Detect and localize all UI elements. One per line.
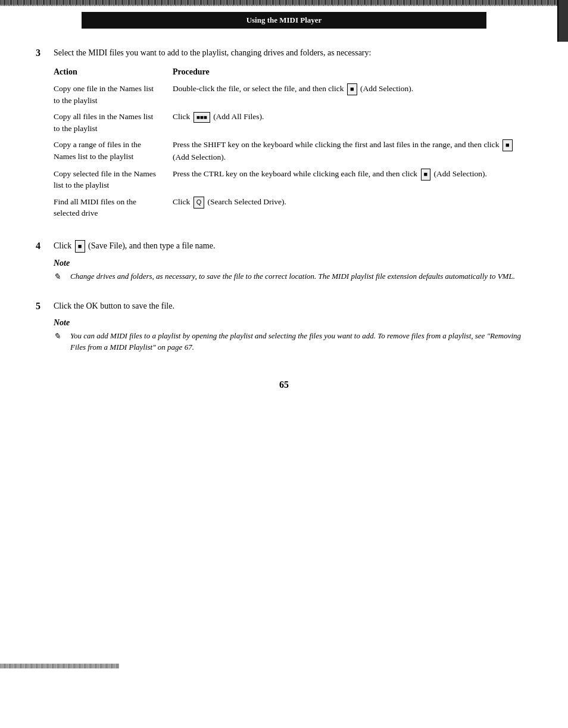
- search-drive-btn: Q: [194, 197, 205, 209]
- step-5-note: Note ✎ You can add MIDI files to a playl…: [54, 318, 532, 353]
- step-3: 3 Select the MIDI files you want to add …: [36, 46, 532, 231]
- step-3-number: 3: [36, 46, 54, 58]
- page-header: Using the MIDI Player: [0, 0, 568, 23]
- action-cell: Copy a range of files in the Names list …: [54, 136, 173, 165]
- proc-text: (Add Selection).: [173, 153, 226, 161]
- action-table: Action Procedure Copy one file in the Na…: [54, 65, 532, 222]
- note-4-text: Change drives and folders, as necessary,…: [70, 270, 515, 282]
- step-5-number: 5: [36, 300, 54, 312]
- table-row: Copy selected file in the Names list to …: [54, 166, 532, 194]
- action-cell: Find all MIDI files on the selected driv…: [54, 194, 173, 222]
- procedure-cell: Click ■■■ (Add All Files).: [173, 108, 532, 136]
- page-content: 3 Select the MIDI files you want to add …: [0, 35, 568, 426]
- step-4-inline: Click ■ (Save File), and then type a fil…: [54, 239, 532, 253]
- table-row: Find all MIDI files on the selected driv…: [54, 194, 532, 222]
- proc-text: Double-click the file, or select the fil…: [173, 84, 346, 93]
- add-all-btn: ■■■: [194, 112, 210, 123]
- step-4-text-after: (Save File), and then type a file name.: [88, 241, 215, 250]
- col-procedure-header: Procedure: [173, 65, 532, 80]
- proc-text: Click: [173, 197, 192, 206]
- table-row: Copy one file in the Names list to the p…: [54, 80, 532, 108]
- step-3-content: Select the MIDI files you want to add to…: [54, 46, 532, 231]
- procedure-cell: Click Q (Search Selected Drive).: [173, 194, 532, 222]
- proc-text: (Search Selected Drive).: [208, 197, 286, 206]
- step-3-text: Select the MIDI files you want to add to…: [54, 46, 532, 59]
- add-selection-btn-2: ■: [503, 139, 513, 151]
- table-row: Copy all files in the Names list to the …: [54, 108, 532, 136]
- note-5-icon: ✎: [54, 330, 65, 343]
- action-cell: Copy selected file in the Names list to …: [54, 166, 173, 194]
- step-4-text-before: Click: [54, 241, 74, 250]
- step-4-content: Click ■ (Save File), and then type a fil…: [54, 239, 532, 291]
- procedure-cell: Press the CTRL key on the keyboard while…: [173, 166, 532, 194]
- proc-text: (Add Selection).: [360, 84, 413, 93]
- add-selection-btn-1: ■: [347, 83, 357, 95]
- note-5-title: Note: [54, 318, 532, 328]
- page-number: 65: [36, 379, 532, 390]
- note-4-title: Note: [54, 259, 532, 268]
- proc-text: Press the CTRL key on the keyboard while…: [173, 169, 420, 178]
- bottom-texture-bar: [0, 664, 119, 668]
- col-action-header: Action: [54, 65, 173, 80]
- note-5-content: ✎ You can add MIDI files to a playlist b…: [54, 330, 532, 353]
- procedure-cell: Press the SHIFT key on the keyboard whil…: [173, 136, 532, 165]
- note-4-content: ✎ Change drives and folders, as necessar…: [54, 270, 532, 283]
- procedure-cell: Double-click the file, or select the fil…: [173, 80, 532, 108]
- proc-text: Click: [173, 112, 192, 121]
- proc-text: Press the SHIFT key on the keyboard whil…: [173, 140, 501, 149]
- proc-text: (Add All Files).: [213, 112, 264, 121]
- step-5-content: Click the OK button to save the file. No…: [54, 300, 532, 362]
- step-4: 4 Click ■ (Save File), and then type a f…: [36, 239, 532, 291]
- proc-text: (Add Selection).: [434, 169, 487, 178]
- step-4-number: 4: [36, 239, 54, 251]
- header-title-bar: Using the MIDI Player: [82, 12, 486, 29]
- header-texture: [0, 0, 568, 5]
- save-file-btn: ■: [75, 240, 85, 253]
- action-cell: Copy one file in the Names list to the p…: [54, 80, 173, 108]
- step-5-text: Click the OK button to save the file.: [54, 300, 532, 312]
- note-5-text: You can add MIDI files to a playlist by …: [70, 330, 532, 353]
- step-5: 5 Click the OK button to save the file. …: [36, 300, 532, 362]
- header-title: Using the MIDI Player: [246, 15, 322, 24]
- note-4-icon: ✎: [54, 270, 65, 283]
- step-4-note: Note ✎ Change drives and folders, as nec…: [54, 259, 532, 283]
- table-row: Copy a range of files in the Names list …: [54, 136, 532, 165]
- add-selection-btn-3: ■: [421, 169, 431, 181]
- action-cell: Copy all files in the Names list to the …: [54, 108, 173, 136]
